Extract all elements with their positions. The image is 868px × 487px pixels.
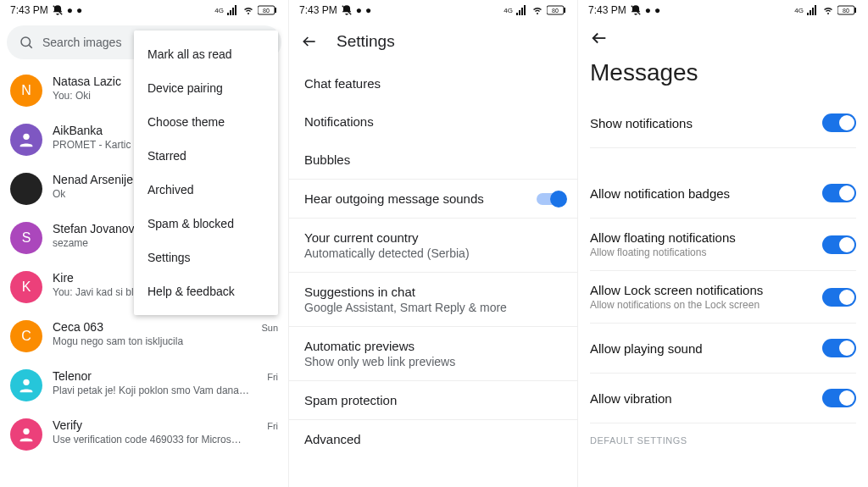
settings-item[interactable]: Advanced (289, 420, 577, 458)
avatar (10, 369, 42, 401)
settings-item-title: Automatic previews (304, 339, 562, 353)
settings-item-subtitle: Google Assistant, Smart Reply & more (304, 301, 562, 314)
settings-item[interactable]: Chat features (289, 64, 577, 102)
toggle-switch[interactable] (537, 193, 565, 205)
battery-icon: 80 (258, 5, 278, 15)
settings-item[interactable]: Hear outgoing message sounds (289, 180, 577, 219)
conversation-name: Ceca 063 (53, 320, 103, 334)
signal-icon (807, 5, 819, 15)
conversation-snippet: Mogu nego sam ton iskljucila (53, 335, 278, 347)
settings-header: Settings (289, 20, 577, 59)
avatar (10, 124, 42, 156)
menu-item[interactable]: Help & feedback (134, 274, 278, 308)
avatar: S (10, 222, 42, 254)
svg-point-4 (21, 37, 31, 47)
back-icon[interactable] (590, 29, 856, 51)
dnd-icon (630, 4, 642, 16)
notification-setting-item[interactable]: Allow Lock screen notificationsAllow not… (590, 271, 856, 324)
settings-item-title: Chat features (304, 76, 562, 91)
setting-title: Show notifications (590, 116, 693, 130)
messenger-icon: ● (67, 4, 73, 16)
menu-item[interactable]: Mark all as read (134, 37, 278, 71)
menu-item[interactable]: Choose theme (134, 105, 278, 139)
settings-item[interactable]: Spam protection (289, 381, 577, 420)
settings-item-title: Spam protection (304, 393, 562, 407)
conversation-name: AikBanka (53, 124, 103, 137)
messenger-icon: ● (645, 4, 651, 16)
wifi-icon (822, 5, 834, 15)
avatar: N (10, 75, 42, 107)
wifi-icon (242, 5, 254, 15)
conversation-name: Kire (53, 271, 74, 285)
toggle-switch[interactable] (822, 113, 856, 132)
avatar: C (10, 320, 42, 352)
conversation-date: Fri (267, 421, 278, 431)
notification-setting-item[interactable]: Show notifications (590, 98, 856, 148)
messages-app-conversation-list: 7:43 PM ● ● 4G 80 Search images NNatasa … (0, 0, 289, 487)
conversation-name: Stefan Jovanov (53, 222, 135, 235)
settings-item[interactable]: Notifications (289, 102, 577, 141)
setting-title: Allow notification badges (590, 186, 730, 201)
svg-point-7 (23, 379, 29, 385)
notification-setting-item[interactable]: Allow floating notificationsAllow floati… (590, 219, 856, 271)
avatar (10, 418, 42, 451)
toggle-switch[interactable] (822, 389, 856, 407)
messenger-icon-2: ● (654, 4, 660, 16)
back-icon[interactable] (301, 33, 318, 50)
toggle-switch[interactable] (822, 288, 856, 307)
avatar (10, 173, 42, 205)
conversation-date: Sun (261, 323, 278, 333)
section-header: DEFAULT SETTINGS (590, 423, 856, 445)
messenger-icon: ● (356, 4, 362, 16)
svg-point-6 (23, 134, 29, 140)
status-bar: 7:43 PM ● ● 4G 80 (578, 0, 868, 20)
conversation-name: Telenor (53, 369, 92, 383)
overflow-menu: Mark all as readDevice pairingChoose the… (134, 30, 278, 315)
menu-item[interactable]: Starred (134, 139, 278, 173)
settings-item-title: Notifications (304, 114, 562, 129)
toggle-switch[interactable] (822, 339, 856, 357)
settings-item-title: Advanced (304, 432, 562, 446)
notification-setting-item[interactable]: Allow playing sound (590, 324, 856, 374)
conversation-name: Nenad Arsenije (53, 173, 133, 186)
settings-item-title: Hear outgoing message sounds (304, 191, 484, 206)
search-icon (19, 35, 34, 50)
conversation-item[interactable]: CCeca 063Sun Mogu nego sam ton iskljucil… (0, 312, 288, 361)
settings-list: Chat featuresNotificationsBubblesHear ou… (289, 59, 577, 458)
settings-title: Settings (337, 32, 395, 51)
battery-icon: 80 (837, 5, 858, 15)
network-label: 4G (794, 7, 804, 14)
menu-item[interactable]: Spam & blocked (134, 207, 278, 241)
settings-item-title: Suggestions in chat (304, 285, 562, 299)
system-notification-settings: 7:43 PM ● ● 4G 80 Messages Show notifica… (578, 0, 868, 487)
status-time: 7:43 PM (10, 4, 48, 16)
settings-item[interactable]: Suggestions in chatGoogle Assistant, Sma… (289, 273, 577, 327)
conversation-item[interactable]: VerifyFriUse verification code 469033 fo… (0, 410, 288, 459)
signal-icon (516, 5, 528, 15)
messenger-icon-2: ● (76, 4, 82, 16)
network-label: 4G (214, 7, 224, 14)
setting-title: Allow floating notifications (590, 230, 736, 245)
conversation-item[interactable]: TelenorFriPlavi petak je! Koji poklon sm… (0, 361, 288, 410)
setting-subtitle: Allow notifications on the Lock screen (590, 299, 763, 311)
svg-line-5 (29, 45, 31, 47)
svg-rect-2 (275, 8, 276, 13)
avatar: K (10, 271, 42, 303)
menu-item[interactable]: Archived (134, 173, 278, 207)
settings-item[interactable]: Your current countryAutomatically detect… (289, 219, 577, 273)
search-placeholder: Search images (42, 36, 121, 49)
notification-setting-item[interactable]: Allow notification badges (590, 169, 856, 219)
menu-item[interactable]: Settings (134, 241, 278, 274)
settings-item-subtitle: Automatically detected (Serbia) (304, 246, 562, 260)
conversation-name: Verify (53, 418, 82, 432)
toggle-switch[interactable] (822, 235, 856, 254)
setting-subtitle: Allow floating notifications (590, 246, 736, 258)
menu-item[interactable]: Device pairing (134, 71, 278, 105)
settings-item[interactable]: Automatic previewsShow only web link pre… (289, 327, 577, 381)
svg-text:80: 80 (552, 8, 559, 14)
svg-point-8 (23, 429, 29, 434)
signal-icon (227, 5, 239, 15)
toggle-switch[interactable] (822, 184, 856, 202)
settings-item[interactable]: Bubbles (289, 141, 577, 180)
notification-setting-item[interactable]: Allow vibration (590, 374, 856, 423)
